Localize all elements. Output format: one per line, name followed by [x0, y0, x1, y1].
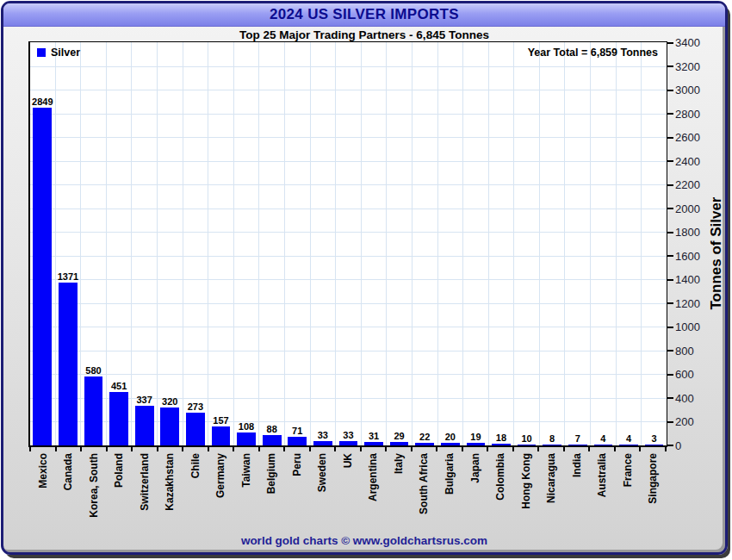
bar-value-label: 29	[394, 431, 404, 441]
x-category-label: Nicaragua	[546, 453, 557, 503]
y-tick-label: 1800	[675, 226, 700, 239]
x-category-label: Hong Kong	[520, 453, 531, 509]
bar-column: 20	[438, 42, 464, 445]
x-tick	[665, 447, 667, 451]
x-category-label: Sweden	[317, 453, 328, 492]
bar-value-label: 451	[111, 381, 127, 391]
bar: 580	[84, 376, 103, 445]
x-category-label: Australia	[597, 453, 608, 497]
x-category-label: Taiwan	[240, 453, 251, 488]
x-label-cell: Germany	[208, 447, 234, 532]
y-tick	[667, 160, 673, 162]
y-tick-label: 200	[675, 415, 694, 428]
bar-value-label: 18	[496, 432, 506, 443]
bar-value-label: 7	[575, 433, 580, 444]
y-tick	[667, 90, 673, 91]
bar-column: 4	[617, 42, 642, 445]
y-tick	[667, 113, 673, 115]
bar: 29	[390, 442, 409, 445]
x-label-cell: Poland	[107, 447, 133, 532]
legend: Silver	[37, 47, 80, 59]
bar-column: 29	[387, 42, 413, 445]
x-label-cell: Peru	[284, 447, 310, 532]
bar: 71	[288, 437, 307, 445]
y-tick	[667, 279, 673, 281]
x-label-cell: Canada	[56, 447, 82, 532]
x-category-label: Chile	[189, 453, 201, 478]
x-label-cell: Taiwan	[233, 447, 259, 532]
x-category-label: Bulgaria	[444, 453, 456, 495]
bar-column: 108	[234, 42, 260, 445]
bar-column: 7	[565, 42, 591, 445]
bar-value-label: 88	[267, 424, 277, 434]
bar: 22	[415, 443, 434, 445]
y-tick	[667, 397, 673, 399]
bar: 337	[135, 406, 154, 445]
bar-column: 8	[540, 42, 566, 445]
bar-column: 88	[259, 42, 285, 445]
x-label-cell: India	[564, 447, 590, 532]
bar: 18	[492, 444, 511, 445]
y-tick	[667, 232, 673, 233]
x-category-label: South Africa	[419, 453, 430, 514]
y-tick-label: 0	[675, 439, 681, 452]
y-tick	[667, 327, 673, 328]
y-tick-label: 3200	[675, 60, 700, 73]
x-category-label: Germany	[215, 453, 226, 498]
x-label-cell: Bulgaria	[437, 447, 462, 532]
x-label-cell: Sweden	[310, 447, 336, 532]
bar-column: 33	[336, 42, 362, 445]
bar-value-label: 4	[600, 433, 605, 444]
bar: 33	[313, 441, 332, 445]
bar-column: 580	[81, 42, 107, 445]
legend-label: Silver	[51, 47, 80, 59]
bar: 20	[441, 443, 460, 445]
legend-swatch-icon	[37, 48, 46, 57]
bar: 8	[543, 445, 561, 445]
y-tick-label: 2400	[675, 155, 700, 168]
bar-value-label: 4	[626, 433, 631, 444]
bar-series: 2849137158045133732027315710888713333312…	[30, 42, 667, 445]
y-tick	[667, 302, 673, 304]
bar: 273	[186, 413, 205, 445]
y-tick-label: 2000	[675, 202, 700, 215]
bar-column: 273	[183, 42, 209, 445]
x-tick	[29, 447, 31, 451]
chart-subtitle: Top 25 Major Trading Partners - 6,845 To…	[3, 28, 725, 41]
bar: 4	[594, 445, 613, 445]
x-label-cell: Mexico	[30, 447, 56, 532]
bar-value-label: 10	[521, 433, 531, 444]
y-tick-label: 600	[675, 368, 694, 381]
y-tick-label: 400	[675, 392, 694, 405]
y-tick-label: 2600	[675, 131, 700, 144]
bar-value-label: 1371	[58, 271, 78, 282]
x-category-label: Korea, South	[88, 453, 99, 518]
x-label-cell: Belgium	[259, 447, 285, 532]
y-tick-label: 1200	[675, 297, 700, 310]
x-category-label: Belgium	[266, 453, 277, 494]
bar-column: 1371	[56, 42, 82, 445]
bar-value-label: 8	[549, 433, 555, 444]
bar-column: 3	[642, 42, 667, 445]
bar: 1371	[59, 283, 78, 445]
x-label-cell: France	[615, 447, 641, 532]
x-category-label: UK	[342, 453, 353, 468]
y-tick-label: 800	[675, 345, 694, 358]
x-category-label: Italy	[393, 453, 404, 474]
x-category-label: Peru	[291, 453, 302, 476]
bar: 157	[212, 426, 231, 445]
title-bar: 2024 US SILVER IMPORTS	[3, 3, 725, 27]
x-category-label: Poland	[114, 453, 125, 488]
x-label-cell: Kazakhstan	[158, 447, 183, 532]
bar-value-label: 19	[470, 432, 481, 442]
bar-value-label: 580	[85, 365, 101, 376]
bar-value-label: 337	[136, 395, 152, 405]
y-tick-label: 1600	[675, 250, 700, 263]
bar-value-label: 20	[445, 432, 456, 442]
bar: 451	[109, 392, 128, 445]
x-label-cell: Colombia	[487, 447, 513, 532]
chart-title: 2024 US SILVER IMPORTS	[270, 6, 459, 23]
bar: 320	[160, 408, 179, 445]
bar-value-label: 108	[239, 421, 254, 432]
bar-column: 10	[514, 42, 540, 445]
